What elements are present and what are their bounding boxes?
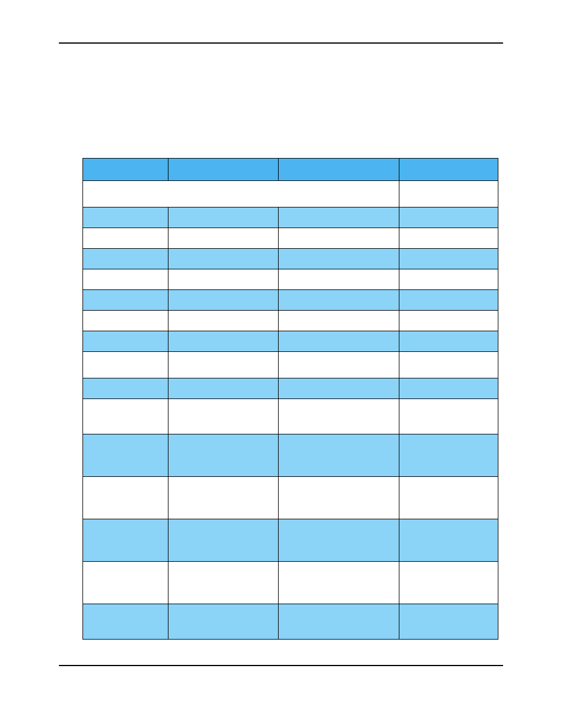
table-header-cell — [279, 159, 399, 181]
table-cell — [279, 331, 399, 352]
table-cell — [83, 290, 168, 311]
table-cell — [83, 249, 168, 269]
table-cell — [399, 562, 498, 604]
table-cell — [279, 399, 399, 434]
table-cell — [399, 477, 498, 519]
table-row — [83, 269, 498, 290]
table-header-row — [83, 159, 498, 181]
table-row — [83, 434, 498, 477]
table-cell — [168, 228, 279, 249]
table-row — [83, 519, 498, 562]
table-row — [83, 562, 498, 604]
table-cell — [399, 181, 498, 207]
table-cell — [168, 519, 279, 562]
table-header-cell — [399, 159, 498, 181]
table-cell — [399, 228, 498, 249]
table-cell — [279, 562, 399, 604]
table-container — [82, 158, 498, 640]
table-cell — [399, 378, 498, 399]
table-cell — [168, 249, 279, 269]
table-row — [83, 477, 498, 519]
table-cell — [83, 434, 168, 477]
table-cell — [279, 604, 399, 640]
table-cell — [168, 311, 279, 331]
table-row — [83, 249, 498, 269]
table-cell — [168, 352, 279, 378]
table-cell — [83, 562, 168, 604]
table-row — [83, 311, 498, 331]
table-cell — [83, 228, 168, 249]
table-cell — [83, 207, 168, 228]
table-cell — [279, 434, 399, 477]
table-cell — [83, 352, 168, 378]
table-cell — [168, 562, 279, 604]
table-cell — [168, 378, 279, 399]
table-cell — [399, 207, 498, 228]
table-cell — [399, 434, 498, 477]
table-header-cell — [83, 159, 168, 181]
table-cell — [168, 290, 279, 311]
page — [0, 0, 562, 728]
table-cell — [83, 378, 168, 399]
table-cell — [399, 352, 498, 378]
table-row — [83, 378, 498, 399]
table-cell — [168, 331, 279, 352]
table-cell — [279, 228, 399, 249]
table-cell — [399, 519, 498, 562]
table-cell — [279, 378, 399, 399]
table-cell — [279, 290, 399, 311]
table-cell — [399, 290, 498, 311]
table-cell — [168, 399, 279, 434]
top-horizontal-rule — [59, 42, 503, 44]
table-cell — [168, 269, 279, 290]
table-row — [83, 331, 498, 352]
table-cell — [399, 311, 498, 331]
table-cell — [83, 399, 168, 434]
table-header — [83, 159, 498, 181]
table-row — [83, 399, 498, 434]
table-cell — [399, 399, 498, 434]
table-row — [83, 290, 498, 311]
table-cell — [83, 311, 168, 331]
table-row — [83, 352, 498, 378]
table-cell — [399, 249, 498, 269]
table-cell — [279, 249, 399, 269]
table-cell — [83, 604, 168, 640]
table-body — [83, 181, 498, 640]
data-table — [82, 158, 498, 640]
bottom-horizontal-rule — [59, 665, 503, 666]
table-cell — [83, 331, 168, 352]
table-cell — [279, 269, 399, 290]
table-header-cell — [168, 159, 279, 181]
table-cell — [279, 352, 399, 378]
table-cell — [83, 519, 168, 562]
table-row — [83, 207, 498, 228]
table-cell — [279, 207, 399, 228]
table-row — [83, 228, 498, 249]
table-cell — [279, 477, 399, 519]
table-cell — [399, 269, 498, 290]
table-cell — [399, 604, 498, 640]
table-cell — [83, 269, 168, 290]
table-cell — [279, 519, 399, 562]
table-cell — [83, 181, 399, 207]
table-cell — [168, 477, 279, 519]
table-cell — [279, 311, 399, 331]
table-row — [83, 604, 498, 640]
table-cell — [168, 207, 279, 228]
table-cell — [399, 331, 498, 352]
table-cell — [168, 434, 279, 477]
table-cell — [168, 604, 279, 640]
table-cell — [83, 477, 168, 519]
table-row — [83, 181, 498, 207]
